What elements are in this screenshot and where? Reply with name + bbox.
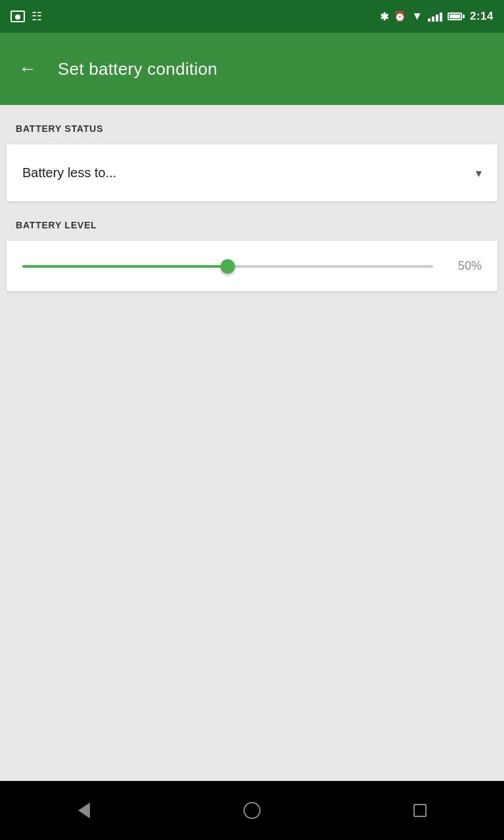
status-bar: ☷ ✱ ⏰ ▼ 2:14 (0, 0, 504, 33)
nav-recent-button[interactable] (394, 791, 446, 830)
nav-home-icon (243, 802, 261, 819)
battery-status-label: BATTERY STATUS (0, 105, 504, 144)
status-bar-right-icons: ✱ ⏰ ▼ 2:14 (380, 10, 494, 23)
message-icon: ☷ (32, 9, 42, 24)
status-bar-left-icons: ☷ (10, 9, 42, 24)
content-area: BATTERY STATUS Battery less to... ▾ BATT… (0, 105, 504, 291)
bluetooth-icon: ✱ (380, 10, 388, 23)
status-time: 2:14 (470, 10, 494, 23)
nav-home-button[interactable] (226, 791, 278, 830)
app-bar: ← Set battery condition (0, 33, 504, 105)
alarm-icon: ⏰ (394, 10, 406, 22)
nav-recent-icon (413, 804, 427, 817)
signal-icon (428, 11, 442, 22)
photo-icon (10, 10, 25, 22)
slider-value-label: 50% (446, 259, 482, 273)
slider-track-fill (22, 265, 228, 268)
slider-thumb[interactable] (220, 259, 235, 274)
battery-level-card: 50% (7, 241, 497, 291)
battery-icon (448, 12, 465, 20)
app-bar-title: Set battery condition (58, 59, 217, 79)
back-button[interactable]: ← (13, 54, 42, 83)
dropdown-selected-text: Battery less to... (22, 165, 116, 180)
wifi-icon: ▼ (411, 10, 423, 23)
nav-bar (0, 781, 504, 840)
battery-status-dropdown[interactable]: Battery less to... ▾ (7, 144, 497, 201)
nav-back-button[interactable] (58, 791, 110, 830)
slider-track[interactable] (22, 265, 433, 268)
nav-back-icon (78, 803, 90, 818)
slider-row: 50% (22, 259, 482, 273)
battery-level-label: BATTERY LEVEL (0, 201, 504, 241)
dropdown-arrow-icon: ▾ (476, 166, 482, 180)
battery-status-card: Battery less to... ▾ (7, 144, 497, 201)
